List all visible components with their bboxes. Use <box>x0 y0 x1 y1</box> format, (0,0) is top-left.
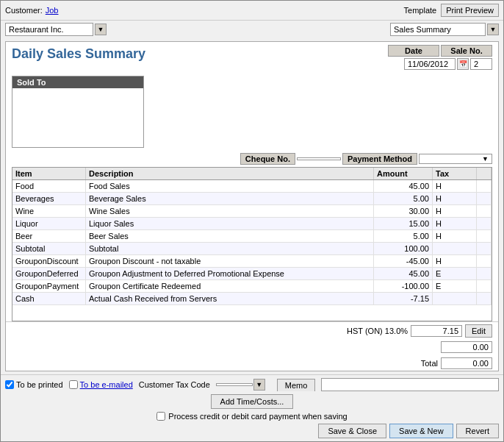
row-item: Food <box>12 180 86 192</box>
row-tax: H <box>433 230 477 242</box>
row-item: Liquor <box>12 218 86 229</box>
sold-to-header: Sold To <box>12 76 143 88</box>
save-close-button[interactable]: Save & Close <box>318 424 386 438</box>
total-label: Total <box>421 359 438 368</box>
table-row[interactable]: GrouponDiscount Groupon Discount - not t… <box>12 255 492 268</box>
row-item: GrouponDeferred <box>12 268 86 279</box>
row-item: Beverages <box>12 193 86 204</box>
payment-method-dropdown[interactable]: ▼ <box>419 154 492 164</box>
to-be-emailed-checkbox[interactable] <box>69 380 78 389</box>
template-dropdown-arrow[interactable]: ▼ <box>487 24 499 35</box>
print-preview-button[interactable]: Print Preview <box>441 4 499 17</box>
cheque-value[interactable] <box>297 157 341 160</box>
template-label: Template <box>404 6 437 15</box>
calendar-button[interactable]: 📅 <box>457 58 469 70</box>
customer-job-link[interactable]: Job <box>46 6 59 15</box>
date-header: Date <box>388 45 439 57</box>
col-scroll-header <box>477 168 492 179</box>
process-payment-checkbox[interactable] <box>156 412 165 421</box>
tax-code-box[interactable] <box>216 383 253 386</box>
cheque-header: Cheque No. <box>240 153 295 165</box>
sold-to-content[interactable] <box>12 88 143 147</box>
table-row[interactable]: Cash Actual Cash Received from Servers -… <box>12 293 492 305</box>
sold-to-box: Sold To <box>12 76 144 148</box>
row-amount: 30.00 <box>374 205 433 217</box>
hst-label: HST (ON) 13.0% <box>347 327 408 335</box>
customer-dropdown-arrow[interactable]: ▼ <box>95 24 107 35</box>
to-be-emailed-label[interactable]: To be e-mailed <box>69 380 133 389</box>
saleno-value[interactable]: 2 <box>470 58 492 70</box>
row-item: Wine <box>12 205 86 217</box>
hst-zero-value[interactable]: 0.00 <box>441 341 492 353</box>
row-amount: -100.00 <box>374 280 433 292</box>
total-value[interactable]: 0.00 <box>441 357 492 369</box>
table-body: Food Food Sales 45.00 H Beverages Bevera… <box>12 180 492 321</box>
page-title: Daily Sales Summary <box>12 46 145 62</box>
row-description: Actual Cash Received from Servers <box>86 293 374 304</box>
table-row[interactable]: Wine Wine Sales 30.00 H <box>12 205 492 218</box>
revert-button[interactable]: Revert <box>456 424 499 438</box>
memo-content[interactable] <box>321 378 499 391</box>
table-row[interactable]: Liquor Liquor Sales 15.00 H <box>12 218 492 230</box>
to-be-printed-checkbox[interactable] <box>5 380 14 389</box>
row-description: Food Sales <box>86 180 374 192</box>
hst-value[interactable]: 7.15 <box>411 325 462 337</box>
to-be-printed-label[interactable]: To be printed <box>5 380 63 389</box>
col-amount-header: Amount <box>374 168 433 179</box>
row-spacer <box>477 193 492 204</box>
row-amount: -45.00 <box>374 255 433 267</box>
process-payment-label: Process credit or debit card payment whe… <box>168 412 347 421</box>
row-amount: 15.00 <box>374 218 433 229</box>
template-dropdown-box[interactable]: Sales Summary <box>390 23 486 36</box>
row-tax: E <box>433 268 477 279</box>
col-item-header: Item <box>12 168 86 179</box>
row-item: GrouponDiscount <box>12 255 86 267</box>
customer-label: Customer: <box>5 6 43 15</box>
table-row[interactable]: Beer Beer Sales 5.00 H <box>12 230 492 243</box>
template-dropdown[interactable]: Sales Summary ▼ <box>390 23 499 36</box>
row-spacer <box>477 230 492 242</box>
row-amount: 100.00 <box>374 243 433 254</box>
edit-button[interactable]: Edit <box>465 324 492 338</box>
tax-code-arrow[interactable]: ▼ <box>253 379 265 391</box>
to-be-emailed-text: To be e-mailed <box>80 380 133 389</box>
memo-tab[interactable]: Memo <box>277 379 316 391</box>
row-item: Cash <box>12 293 86 304</box>
row-spacer <box>477 293 492 304</box>
row-spacer <box>477 218 492 229</box>
row-amount: 45.00 <box>374 180 433 192</box>
table-row[interactable]: GrouponDeferred Groupon Adjustment to De… <box>12 268 492 280</box>
table-row[interactable]: GrouponPayment Groupon Certificate Redee… <box>12 280 492 293</box>
row-description: Beer Sales <box>86 230 374 242</box>
to-be-printed-text: To be printed <box>16 380 63 389</box>
table-row[interactable]: Beverages Beverage Sales 5.00 H <box>12 193 492 205</box>
row-description: Groupon Certificate Redeemed <box>86 280 374 292</box>
row-spacer <box>477 243 492 254</box>
row-tax: H <box>433 205 477 217</box>
row-amount: -7.15 <box>374 293 433 304</box>
row-spacer <box>477 205 492 217</box>
table-row[interactable]: Subtotal Subtotal 100.00 <box>12 243 492 255</box>
row-amount: 45.00 <box>374 268 433 279</box>
col-description-header: Description <box>86 168 374 179</box>
save-new-button[interactable]: Save & New <box>389 424 453 438</box>
row-tax: H <box>433 193 477 204</box>
row-description: Groupon Adjustment to Deferred Promotion… <box>86 268 374 279</box>
row-item: Subtotal <box>12 243 86 254</box>
customer-dropdown-box[interactable]: Restaurant Inc. <box>5 23 93 36</box>
row-spacer <box>477 268 492 279</box>
add-time-costs-button[interactable]: Add Time/Costs... <box>211 394 294 409</box>
row-description: Beverage Sales <box>86 193 374 204</box>
col-tax-header: Tax <box>433 168 477 179</box>
row-description: Wine Sales <box>86 205 374 217</box>
customer-tax-code-label: Customer Tax Code <box>139 380 210 389</box>
date-value[interactable]: 11/06/2012 <box>404 58 456 70</box>
customer-dropdown[interactable]: Restaurant Inc. ▼ <box>5 23 107 36</box>
table-row[interactable]: Food Food Sales 45.00 H <box>12 180 492 193</box>
row-tax: E <box>433 280 477 292</box>
row-tax: H <box>433 218 477 229</box>
row-tax: H <box>433 180 477 192</box>
row-amount: 5.00 <box>374 230 433 242</box>
row-tax: H <box>433 255 477 267</box>
tax-code-dropdown[interactable]: ▼ <box>216 379 265 391</box>
